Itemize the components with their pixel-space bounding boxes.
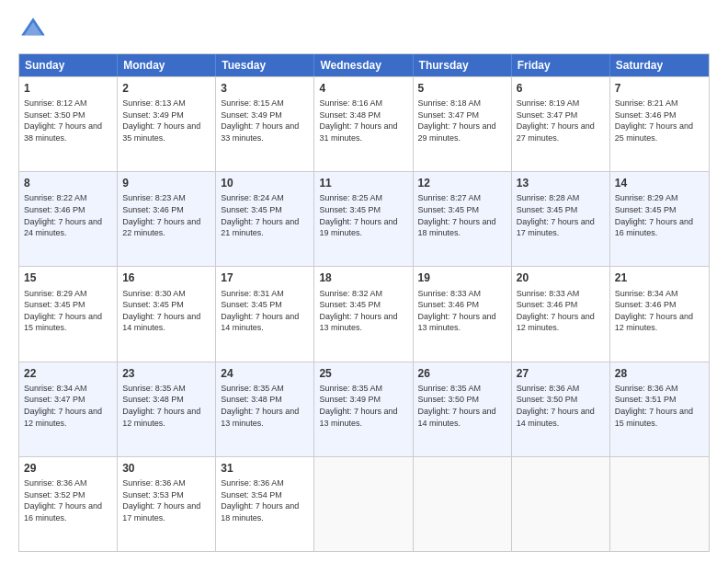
day-number: 12: [418, 176, 506, 190]
day-number: 19: [418, 270, 506, 285]
cal-cell: 3Sunrise: 8:15 AMSunset: 3:49 PMDaylight…: [216, 77, 314, 171]
cell-info: Sunrise: 8:35 AMSunset: 3:48 PMDaylight:…: [221, 383, 309, 429]
cal-cell: 9Sunrise: 8:23 AMSunset: 3:46 PMDaylight…: [118, 172, 216, 266]
week-row-2: 8Sunrise: 8:22 AMSunset: 3:46 PMDaylight…: [19, 171, 709, 266]
cal-cell: [610, 457, 709, 551]
cell-info: Sunrise: 8:23 AMSunset: 3:46 PMDaylight:…: [122, 192, 210, 238]
day-number: 10: [221, 176, 309, 190]
cal-cell: 7Sunrise: 8:21 AMSunset: 3:46 PMDaylight…: [610, 77, 709, 171]
cell-info: Sunrise: 8:36 AMSunset: 3:53 PMDaylight:…: [122, 477, 210, 523]
page: SundayMondayTuesdayWednesdayThursdayFrid…: [0, 0, 728, 563]
logo-icon: [18, 15, 48, 44]
cell-info: Sunrise: 8:29 AMSunset: 3:45 PMDaylight:…: [615, 192, 704, 238]
cell-info: Sunrise: 8:22 AMSunset: 3:46 PMDaylight:…: [24, 192, 112, 238]
header-day-thursday: Thursday: [414, 54, 512, 76]
day-number: 24: [221, 366, 309, 381]
day-number: 31: [221, 461, 309, 476]
cal-cell: 6Sunrise: 8:19 AMSunset: 3:47 PMDaylight…: [512, 77, 610, 171]
cal-cell: 15Sunrise: 8:29 AMSunset: 3:45 PMDayligh…: [19, 267, 118, 361]
header-day-tuesday: Tuesday: [216, 54, 314, 76]
cell-info: Sunrise: 8:16 AMSunset: 3:48 PMDaylight:…: [319, 98, 407, 144]
cal-cell: 21Sunrise: 8:34 AMSunset: 3:46 PMDayligh…: [610, 267, 709, 361]
cell-info: Sunrise: 8:21 AMSunset: 3:46 PMDaylight:…: [615, 98, 704, 144]
cell-info: Sunrise: 8:34 AMSunset: 3:46 PMDaylight:…: [615, 288, 704, 334]
cal-cell: 25Sunrise: 8:35 AMSunset: 3:49 PMDayligh…: [314, 362, 413, 456]
cell-info: Sunrise: 8:36 AMSunset: 3:51 PMDaylight:…: [615, 383, 704, 429]
day-number: 7: [615, 81, 704, 96]
cal-cell: 14Sunrise: 8:29 AMSunset: 3:45 PMDayligh…: [610, 172, 709, 266]
cell-info: Sunrise: 8:19 AMSunset: 3:47 PMDaylight:…: [517, 98, 605, 144]
day-number: 5: [418, 81, 506, 96]
day-number: 14: [615, 176, 704, 190]
header: [18, 15, 710, 44]
calendar: SundayMondayTuesdayWednesdayThursdayFrid…: [18, 53, 710, 552]
cell-info: Sunrise: 8:30 AMSunset: 3:45 PMDaylight:…: [122, 288, 210, 334]
day-number: 2: [122, 81, 210, 96]
header-day-sunday: Sunday: [19, 54, 118, 76]
cal-cell: 27Sunrise: 8:36 AMSunset: 3:50 PMDayligh…: [512, 362, 610, 456]
logo: [18, 15, 51, 44]
cell-info: Sunrise: 8:35 AMSunset: 3:48 PMDaylight:…: [122, 383, 210, 429]
cell-info: Sunrise: 8:24 AMSunset: 3:45 PMDaylight:…: [221, 192, 309, 238]
cell-info: Sunrise: 8:33 AMSunset: 3:46 PMDaylight:…: [418, 288, 506, 334]
day-number: 23: [122, 366, 210, 381]
cal-cell: 19Sunrise: 8:33 AMSunset: 3:46 PMDayligh…: [414, 267, 512, 361]
day-number: 15: [24, 270, 112, 285]
week-row-3: 15Sunrise: 8:29 AMSunset: 3:45 PMDayligh…: [19, 266, 709, 361]
cal-cell: 20Sunrise: 8:33 AMSunset: 3:46 PMDayligh…: [512, 267, 610, 361]
cell-info: Sunrise: 8:34 AMSunset: 3:47 PMDaylight:…: [24, 383, 112, 429]
day-number: 4: [319, 81, 407, 96]
day-number: 20: [517, 270, 605, 285]
cell-info: Sunrise: 8:33 AMSunset: 3:46 PMDaylight:…: [517, 288, 605, 334]
day-number: 17: [221, 270, 309, 285]
day-number: 3: [221, 81, 309, 96]
day-number: 6: [517, 81, 605, 96]
cell-info: Sunrise: 8:12 AMSunset: 3:50 PMDaylight:…: [24, 98, 112, 144]
calendar-header-row: SundayMondayTuesdayWednesdayThursdayFrid…: [19, 54, 709, 76]
week-row-4: 22Sunrise: 8:34 AMSunset: 3:47 PMDayligh…: [19, 362, 709, 456]
cal-cell: 10Sunrise: 8:24 AMSunset: 3:45 PMDayligh…: [216, 172, 314, 266]
day-number: 21: [615, 270, 704, 285]
cal-cell: 16Sunrise: 8:30 AMSunset: 3:45 PMDayligh…: [118, 267, 216, 361]
cal-cell: [512, 457, 610, 551]
cal-cell: 30Sunrise: 8:36 AMSunset: 3:53 PMDayligh…: [118, 457, 216, 551]
day-number: 11: [319, 176, 407, 190]
day-number: 28: [615, 366, 704, 381]
header-day-wednesday: Wednesday: [314, 54, 413, 76]
cal-cell: 23Sunrise: 8:35 AMSunset: 3:48 PMDayligh…: [118, 362, 216, 456]
cell-info: Sunrise: 8:36 AMSunset: 3:54 PMDaylight:…: [221, 477, 309, 523]
day-number: 29: [24, 461, 112, 476]
cal-cell: 31Sunrise: 8:36 AMSunset: 3:54 PMDayligh…: [216, 457, 314, 551]
header-day-friday: Friday: [512, 54, 610, 76]
cal-cell: 22Sunrise: 8:34 AMSunset: 3:47 PMDayligh…: [19, 362, 118, 456]
week-row-5: 29Sunrise: 8:36 AMSunset: 3:52 PMDayligh…: [19, 456, 709, 551]
cal-cell: 1Sunrise: 8:12 AMSunset: 3:50 PMDaylight…: [19, 77, 118, 171]
cell-info: Sunrise: 8:35 AMSunset: 3:50 PMDaylight:…: [418, 383, 506, 429]
cell-info: Sunrise: 8:36 AMSunset: 3:50 PMDaylight:…: [517, 383, 605, 429]
week-row-1: 1Sunrise: 8:12 AMSunset: 3:50 PMDaylight…: [19, 76, 709, 171]
day-number: 8: [24, 176, 112, 190]
cal-cell: 2Sunrise: 8:13 AMSunset: 3:49 PMDaylight…: [118, 77, 216, 171]
cal-cell: 17Sunrise: 8:31 AMSunset: 3:45 PMDayligh…: [216, 267, 314, 361]
calendar-body: 1Sunrise: 8:12 AMSunset: 3:50 PMDaylight…: [19, 76, 709, 551]
header-day-saturday: Saturday: [610, 54, 709, 76]
cal-cell: 8Sunrise: 8:22 AMSunset: 3:46 PMDaylight…: [19, 172, 118, 266]
cal-cell: 18Sunrise: 8:32 AMSunset: 3:45 PMDayligh…: [314, 267, 413, 361]
day-number: 26: [418, 366, 506, 381]
cell-info: Sunrise: 8:29 AMSunset: 3:45 PMDaylight:…: [24, 288, 112, 334]
day-number: 27: [517, 366, 605, 381]
cal-cell: 26Sunrise: 8:35 AMSunset: 3:50 PMDayligh…: [414, 362, 512, 456]
cell-info: Sunrise: 8:13 AMSunset: 3:49 PMDaylight:…: [122, 98, 210, 144]
cell-info: Sunrise: 8:32 AMSunset: 3:45 PMDaylight:…: [319, 288, 407, 334]
cal-cell: 24Sunrise: 8:35 AMSunset: 3:48 PMDayligh…: [216, 362, 314, 456]
cal-cell: 11Sunrise: 8:25 AMSunset: 3:45 PMDayligh…: [314, 172, 413, 266]
day-number: 25: [319, 366, 407, 381]
day-number: 30: [122, 461, 210, 476]
cell-info: Sunrise: 8:35 AMSunset: 3:49 PMDaylight:…: [319, 383, 407, 429]
cell-info: Sunrise: 8:31 AMSunset: 3:45 PMDaylight:…: [221, 288, 309, 334]
cal-cell: [314, 457, 413, 551]
cal-cell: 28Sunrise: 8:36 AMSunset: 3:51 PMDayligh…: [610, 362, 709, 456]
cell-info: Sunrise: 8:18 AMSunset: 3:47 PMDaylight:…: [418, 98, 506, 144]
cell-info: Sunrise: 8:25 AMSunset: 3:45 PMDaylight:…: [319, 192, 407, 238]
day-number: 9: [122, 176, 210, 190]
